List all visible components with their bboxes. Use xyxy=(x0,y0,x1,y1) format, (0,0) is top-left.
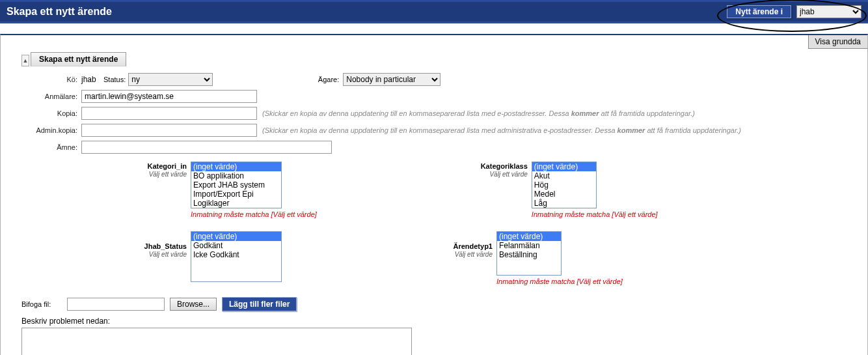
kategoriklass-sub: Välj ett värde xyxy=(441,171,528,178)
kopia-help: (Skickar en kopia av denna uppdatering t… xyxy=(262,109,695,117)
queue-select[interactable]: jhab xyxy=(796,5,861,18)
custom-fields-row2: Jhab_Status Välj ett värde (inget värde)… xyxy=(21,231,854,285)
ko-value: jhab xyxy=(81,75,103,84)
amne-label: Ämne: xyxy=(21,143,81,151)
kopia-input[interactable] xyxy=(81,107,257,120)
admin-kopia-input[interactable] xyxy=(81,124,257,137)
kategoriklass-error: Inmatning måste matcha [Välj ett värde] xyxy=(532,210,658,218)
field-arendetyp: Ärendetyp1 Välj ett värde (inget värde) … xyxy=(399,231,623,285)
row-kopia: Kopia: (Skickar en kopia av denna uppdat… xyxy=(21,107,854,120)
list-item[interactable]: Akut xyxy=(532,171,596,180)
owner-select[interactable]: Nobody in particular xyxy=(343,73,441,86)
arendetyp-label: Ärendetyp1 xyxy=(453,242,493,250)
list-item[interactable]: Logiklager xyxy=(191,199,281,208)
kategori-in-error: Inmatning måste matcha [Välj ett värde] xyxy=(191,210,317,218)
attach-row: Bifoga fil: Browse... Lägg till fler fil… xyxy=(21,297,854,311)
list-item[interactable]: Hög xyxy=(532,180,596,190)
arendetyp-error: Inmatning måste matcha [Välj ett värde] xyxy=(496,277,623,285)
list-item[interactable]: (inget värde) xyxy=(497,232,561,241)
collapse-toggle-icon[interactable]: ▲ xyxy=(21,55,29,66)
row-admin-kopia: Admin.kopia: (Skickar en kopia av denna … xyxy=(21,124,854,137)
jhab-status-listbox[interactable]: (inget värde) Godkänt Icke Godkänt xyxy=(191,231,282,282)
list-item[interactable]: Beställning xyxy=(497,250,561,259)
browse-button[interactable]: Browse... xyxy=(170,298,217,311)
status-select[interactable]: ny xyxy=(128,73,213,86)
main-panel: Visa grundda ▲ Skapa ett nytt ärende Kö:… xyxy=(0,34,868,355)
owner-label: Ägare: xyxy=(304,76,343,83)
kategori-in-listbox[interactable]: (inget värde) BO applikation Export JHAB… xyxy=(191,162,282,208)
arendetyp-sub: Välj ett värde xyxy=(399,251,493,258)
admin-kopia-label: Admin.kopia: xyxy=(21,126,81,134)
list-item[interactable]: Icke Godkänt xyxy=(191,250,281,259)
list-item[interactable]: Godkänt xyxy=(191,241,281,250)
list-item[interactable]: Felanmälan xyxy=(497,241,561,250)
page-title: Skapa ett nytt ärende xyxy=(7,6,112,18)
field-kategoriklass: Kategoriklass Välj ett värde (inget värd… xyxy=(441,162,658,218)
show-basic-data-button[interactable]: Visa grundda xyxy=(808,35,868,49)
row-queue-status-owner: Kö: jhab Status: ny Ägare: Nobody in par… xyxy=(21,73,854,86)
kategoriklass-listbox[interactable]: (inget värde) Akut Hög Medel Låg xyxy=(532,162,597,208)
list-item[interactable]: (inget värde) xyxy=(191,162,281,171)
list-item[interactable]: Låg xyxy=(532,199,596,208)
anmalare-input[interactable] xyxy=(81,90,257,103)
new-ticket-button[interactable]: Nytt ärende i xyxy=(727,5,791,18)
top-header: Skapa ett nytt ärende Nytt ärende i jhab xyxy=(0,0,868,23)
row-amne: Ämne: xyxy=(21,141,854,154)
anmalare-label: Anmälare: xyxy=(21,92,81,100)
list-item[interactable]: Import/Export Epi xyxy=(191,190,281,199)
file-path-input[interactable] xyxy=(67,298,165,311)
field-kategori-in: Kategori_in Välj ett värde (inget värde)… xyxy=(21,162,317,218)
header-actions: Nytt ärende i jhab xyxy=(727,5,861,18)
arendetyp-listbox[interactable]: (inget värde) Felanmälan Beställning xyxy=(496,231,562,276)
kopia-label: Kopia: xyxy=(21,109,81,117)
kategori-in-label: Kategori_in xyxy=(147,162,187,170)
kategoriklass-label: Kategoriklass xyxy=(481,162,528,170)
describe-textarea[interactable] xyxy=(21,328,412,355)
tab-row: ▲ Skapa ett nytt ärende xyxy=(21,52,854,66)
ko-label: Kö: xyxy=(21,76,81,83)
row-anmalare: Anmälare: xyxy=(21,90,854,103)
custom-fields-row1: Kategori_in Välj ett värde (inget värde)… xyxy=(21,162,854,218)
list-item[interactable]: Export JHAB system xyxy=(191,180,281,190)
list-item[interactable]: (inget värde) xyxy=(532,162,596,171)
list-item[interactable]: BO applikation xyxy=(191,171,281,180)
admin-kopia-help: (Skickar en kopia av denna uppdatering t… xyxy=(262,126,741,134)
field-jhab-status: Jhab_Status Välj ett värde (inget värde)… xyxy=(21,231,282,285)
form-content: ▲ Skapa ett nytt ärende Kö: jhab Status:… xyxy=(1,52,867,355)
kategori-in-sub: Välj ett värde xyxy=(21,171,187,178)
amne-input[interactable] xyxy=(81,141,332,154)
status-label: Status: xyxy=(103,76,126,83)
tab-create-ticket[interactable]: Skapa ett nytt ärende xyxy=(31,52,126,66)
list-item[interactable]: Medel xyxy=(532,190,596,199)
describe-label: Beskriv problemet nedan: xyxy=(21,317,854,326)
jhab-status-sub: Välj ett värde xyxy=(21,251,187,258)
list-item[interactable]: (inget värde) xyxy=(191,232,281,241)
add-more-files-button[interactable]: Lägg till fler filer xyxy=(222,297,297,311)
bifoga-label: Bifoga fil: xyxy=(21,300,62,308)
jhab-status-label: Jhab_Status xyxy=(144,242,187,250)
